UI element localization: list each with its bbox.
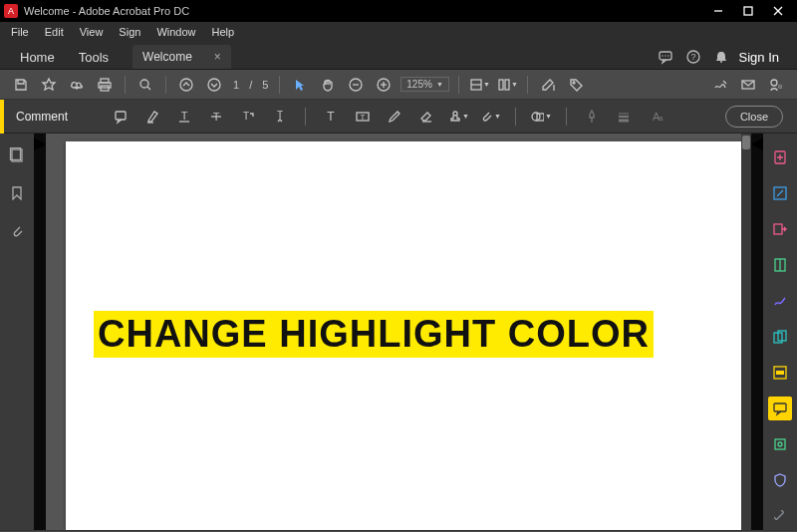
pin-icon[interactable] — [581, 106, 603, 128]
highlight-icon[interactable] — [141, 106, 163, 128]
cloud-icon[interactable] — [66, 74, 88, 96]
protect-icon[interactable] — [768, 468, 792, 492]
thumbnails-icon[interactable] — [7, 145, 27, 165]
sign-in-button[interactable]: Sign In — [729, 50, 789, 69]
window-title: Welcome - Adobe Acrobat Pro DC — [24, 5, 703, 17]
scan-ocr-icon[interactable] — [768, 432, 792, 456]
document-area[interactable]: CHANGE HIGHLIGHT COLOR — [46, 133, 751, 530]
hand-icon[interactable] — [317, 74, 339, 96]
close-comment-button[interactable]: Close — [725, 106, 783, 128]
pencil-icon[interactable] — [384, 106, 405, 128]
chat-icon[interactable] — [658, 49, 673, 65]
highlighted-text[interactable]: CHANGE HIGHLIGHT COLOR — [94, 311, 654, 358]
textbox-icon[interactable]: T — [352, 106, 374, 128]
create-pdf-icon[interactable] — [768, 145, 792, 169]
svg-point-7 — [667, 55, 668, 56]
svg-text:T: T — [181, 110, 188, 122]
more-tools-icon[interactable] — [768, 504, 792, 528]
tag-icon[interactable] — [565, 74, 587, 96]
paperclip-icon[interactable] — [7, 221, 27, 241]
strikethrough-icon[interactable]: T — [205, 106, 227, 128]
stamp-icon[interactable]: ▼ — [447, 106, 469, 128]
svg-rect-62 — [774, 403, 786, 411]
menu-help[interactable]: Help — [205, 24, 242, 40]
star-icon[interactable] — [38, 74, 60, 96]
page-total: 5 — [260, 79, 270, 91]
menu-edit[interactable]: Edit — [38, 24, 71, 40]
collapse-left-icon[interactable]: ▶ — [34, 133, 46, 530]
page-up-icon[interactable] — [175, 74, 197, 96]
email-icon[interactable] — [737, 74, 759, 96]
fill-sign-icon[interactable] — [768, 289, 792, 313]
attachment-icon[interactable]: ▼ — [479, 106, 501, 128]
svg-rect-25 — [505, 80, 509, 90]
menu-sign[interactable]: Sign — [112, 24, 147, 40]
menu-window[interactable]: Window — [149, 24, 202, 40]
signature-icon[interactable] — [709, 74, 731, 96]
edit-pdf-tool-icon[interactable] — [768, 181, 792, 205]
svg-point-6 — [664, 55, 665, 56]
document-tab[interactable]: Welcome × — [133, 45, 231, 69]
collapse-right-icon[interactable]: ◀ — [751, 133, 763, 530]
svg-text:T: T — [361, 113, 366, 122]
eraser-icon[interactable] — [415, 106, 437, 128]
svg-text:T: T — [327, 110, 335, 124]
document-tab-label: Welcome — [142, 50, 192, 64]
help-icon[interactable]: ? — [685, 49, 701, 65]
redact-icon[interactable] — [768, 361, 792, 385]
zoom-in-icon[interactable] — [373, 74, 395, 96]
left-nav-panel — [0, 133, 34, 530]
replace-text-icon[interactable]: T — [237, 106, 259, 128]
page-view-icon[interactable]: ▼ — [496, 74, 518, 96]
close-window-button[interactable] — [763, 0, 793, 22]
page-separator: / — [247, 79, 254, 91]
zoom-level[interactable]: 125%▼ — [400, 77, 449, 92]
home-tab[interactable]: Home — [8, 46, 67, 69]
bookmark-icon[interactable] — [7, 183, 27, 203]
fit-width-icon[interactable]: ▼ — [468, 74, 490, 96]
text-comment-icon[interactable]: T — [320, 106, 342, 128]
svg-point-16 — [180, 79, 192, 91]
insert-text-icon[interactable]: T — [269, 106, 291, 128]
svg-point-10 — [720, 61, 722, 63]
search-icon[interactable] — [134, 74, 156, 96]
svg-text:?: ? — [690, 52, 695, 62]
combine-icon[interactable] — [768, 325, 792, 349]
minimize-button[interactable] — [703, 0, 733, 22]
vertical-scrollbar[interactable] — [741, 133, 751, 530]
organize-icon[interactable] — [768, 253, 792, 277]
svg-point-64 — [778, 442, 782, 446]
svg-rect-24 — [499, 80, 503, 90]
share-icon[interactable] — [765, 74, 787, 96]
menu-file[interactable]: File — [4, 24, 36, 40]
print-icon[interactable] — [94, 74, 116, 96]
export-pdf-icon[interactable] — [768, 217, 792, 241]
sticky-note-icon[interactable] — [110, 106, 132, 128]
line-weight-icon[interactable] — [613, 106, 635, 128]
close-tab-icon[interactable]: × — [214, 50, 221, 64]
menu-view[interactable]: View — [73, 24, 111, 40]
save-icon[interactable] — [10, 74, 32, 96]
comment-toolbar: Comment T T T T T T ▼ ▼ ▼ Aa Close — [0, 100, 797, 133]
svg-point-14 — [140, 80, 148, 88]
page-current[interactable]: 1 — [231, 79, 241, 91]
comment-tool-icon[interactable] — [768, 397, 792, 420]
svg-rect-63 — [775, 439, 785, 449]
svg-text:T: T — [243, 111, 249, 122]
text-format-icon[interactable]: Aa — [645, 106, 666, 128]
page-down-icon[interactable] — [203, 74, 225, 96]
underline-icon[interactable]: T — [173, 106, 195, 128]
tools-tab[interactable]: Tools — [67, 46, 121, 69]
shapes-icon[interactable]: ▼ — [530, 106, 552, 128]
pointer-icon[interactable] — [289, 74, 311, 96]
title-bar: A Welcome - Adobe Acrobat Pro DC — [0, 0, 797, 22]
svg-rect-56 — [774, 224, 782, 234]
bell-icon[interactable] — [713, 49, 729, 65]
zoom-out-icon[interactable] — [345, 74, 367, 96]
workspace: ▶ CHANGE HIGHLIGHT COLOR ◀ — [0, 133, 797, 530]
svg-point-5 — [662, 55, 663, 56]
right-tools-panel — [763, 133, 797, 530]
svg-rect-1 — [744, 7, 752, 15]
edit-pdf-icon[interactable] — [537, 74, 559, 96]
maximize-button[interactable] — [733, 0, 763, 22]
